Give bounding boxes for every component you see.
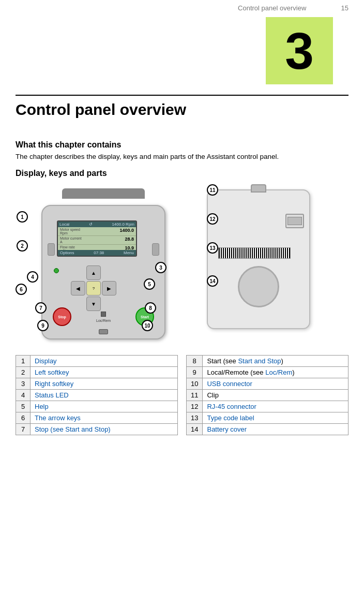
table-cell-num: 14 [187, 424, 203, 435]
device-top-bar [62, 188, 145, 199]
status-led [54, 268, 59, 273]
table-cell-label: Clip [203, 390, 348, 401]
callout-13: 13 [207, 242, 218, 254]
callout-7: 7 [35, 302, 47, 314]
chapter-number: 3 [285, 25, 314, 77]
chapter-number-box: 3 [266, 17, 333, 84]
callout-2: 2 [17, 240, 28, 252]
status-led-area [54, 268, 59, 273]
table-cell-label: Help [31, 401, 178, 412]
table-cell-label: Local/Remote (see Loc/Rem) [203, 367, 348, 378]
page-number: 15 [341, 4, 348, 12]
panel-body [207, 189, 310, 329]
right-softkey-btn[interactable] [152, 243, 159, 256]
screen-row-2: Motor current A 28.8 [58, 236, 136, 245]
parts-table-left: 1Display2Left softkey3Right softkey4Stat… [16, 355, 178, 435]
chapter-description: The chapter describes the display, keys … [16, 153, 348, 160]
parts-table-right: 8Start (see Start and Stop)9Local/Remote… [186, 355, 348, 435]
loc-rem-dot [101, 312, 106, 317]
callout-9: 9 [37, 320, 49, 331]
table-cell-label: Start (see Start and Stop) [203, 356, 348, 367]
table-cell-label: Battery cover [203, 424, 348, 435]
device-screen: Local ↺ 1400.0 Rpm Motor speed Rpm 1400.… [57, 220, 137, 257]
table-cell-label: USB connector [203, 378, 348, 390]
callout-4: 4 [27, 271, 38, 283]
screen-header: Local ↺ 1400.0 Rpm [58, 221, 136, 227]
arrow-keys-area: ▲ ◀ ? ▶ ▼ [71, 265, 117, 311]
loc-rem-area: Loc/Rem [96, 312, 111, 322]
table-cell-label: Status LED [31, 390, 178, 401]
row1-unit: Rpm [60, 231, 80, 235]
screen-footer-center: 07:38 [94, 250, 104, 255]
display-heading: Display, keys and parts [16, 169, 348, 178]
row2-unit: A [60, 240, 82, 244]
arrow-empty-tl [71, 265, 85, 280]
table-cell-label: Right softkey [31, 378, 178, 390]
diagram-left: Local ↺ 1400.0 Rpm Motor speed Rpm 1400.… [16, 184, 181, 345]
table-cell-label: Type code label [203, 412, 348, 424]
callout-3: 3 [155, 262, 166, 273]
callout-5: 5 [144, 278, 155, 290]
rj45-connector [285, 214, 304, 228]
table-cell-label: The arrow keys [31, 412, 178, 424]
row2-label: Motor current [60, 237, 82, 240]
arrow-empty-tr [102, 265, 116, 280]
parts-tables: 1Display2Left softkey3Right softkey4Stat… [16, 355, 348, 435]
table-cell-num: 8 [187, 356, 203, 367]
table-cell-label: Stop (see Start and Stop) [31, 424, 178, 435]
table-cell-num: 5 [16, 401, 31, 412]
page-header: Control panel overview 15 [0, 0, 364, 12]
callout-1: 1 [17, 211, 28, 223]
loc-rem-label: Loc/Rem [96, 319, 111, 322]
chapter-title: Control panel overview [16, 95, 348, 119]
row3-label: Flow rate [60, 245, 75, 249]
section-heading: What this chapter contains [16, 140, 348, 150]
arrow-left-btn[interactable]: ◀ [71, 281, 85, 296]
device-body: Local ↺ 1400.0 Rpm Motor speed Rpm 1400.… [41, 205, 165, 339]
arrow-up-btn[interactable]: ▲ [86, 265, 101, 280]
table-cell-num: 7 [16, 424, 31, 435]
screen-header-right: 1400.0 Rpm [112, 222, 134, 227]
table-cell-num: 1 [16, 356, 31, 367]
diagrams-row: Local ↺ 1400.0 Rpm Motor speed Rpm 1400.… [16, 184, 348, 345]
diagram-right: 11 12 13 14 [207, 184, 321, 345]
panel-barcode [218, 247, 291, 259]
screen-footer-left: Options [60, 250, 74, 255]
callout-10: 10 [142, 320, 153, 331]
table-cell-num: 4 [16, 390, 31, 401]
table-cell-num: 9 [187, 367, 203, 378]
arrow-center-btn[interactable]: ? [86, 281, 101, 296]
chapter-label: Control panel overview [238, 4, 306, 12]
usb-port-area [99, 329, 108, 334]
row1-label: Motor speed [60, 228, 80, 231]
table-cell-num: 11 [187, 390, 203, 401]
row2-value: 28.8 [125, 237, 134, 244]
callout-8: 8 [145, 302, 156, 314]
table-cell-num: 6 [16, 412, 31, 424]
usb-port [99, 329, 108, 334]
arrow-right-btn[interactable]: ▶ [102, 281, 116, 296]
callout-14: 14 [207, 275, 218, 287]
bottom-buttons-row: Stop Loc/Rem Start [53, 307, 154, 326]
table-cell-label: Display [31, 356, 178, 367]
row1-value: 1400.0 [119, 228, 134, 235]
table-cell-label: RJ-45 connector [203, 401, 348, 412]
panel-clip [251, 184, 266, 193]
screen-header-left: Local [59, 222, 69, 227]
callout-6: 6 [16, 284, 27, 295]
table-cell-num: 2 [16, 367, 31, 378]
table-cell-num: 12 [187, 401, 203, 412]
table-cell-num: 13 [187, 412, 203, 424]
left-softkey-btn[interactable] [48, 243, 55, 256]
stop-button[interactable]: Stop [53, 307, 71, 326]
table-cell-num: 10 [187, 378, 203, 390]
callout-11: 11 [207, 184, 218, 196]
table-cell-label: Left softkey [31, 367, 178, 378]
screen-footer: Options 07:38 Menu [58, 250, 136, 256]
callout-12: 12 [207, 213, 218, 225]
panel-circle [238, 266, 279, 307]
arrow-keys: ▲ ◀ ? ▶ ▼ [71, 265, 117, 311]
main-content: Control panel overview What this chapter… [0, 95, 364, 451]
screen-footer-right: Menu [124, 250, 134, 255]
table-cell-num: 3 [16, 378, 31, 390]
